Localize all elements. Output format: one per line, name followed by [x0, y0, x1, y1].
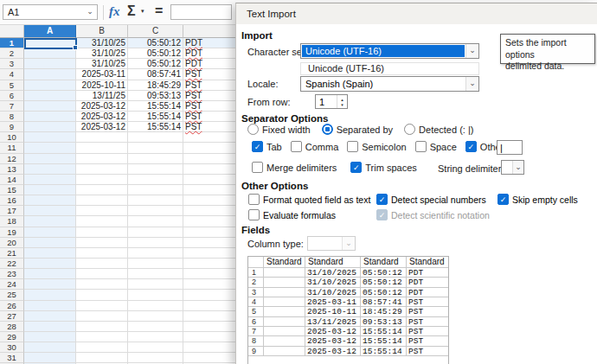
- cell-B27[interactable]: [76, 311, 128, 322]
- cell-B28[interactable]: [76, 322, 128, 332]
- row-header-6[interactable]: 6: [0, 91, 24, 101]
- preview-col-header[interactable]: Standard: [407, 257, 448, 268]
- cell-B20[interactable]: [76, 238, 128, 248]
- row-header-15[interactable]: 15: [0, 185, 24, 195]
- space-checkbox[interactable]: Space: [415, 141, 457, 152]
- cell-C19[interactable]: [128, 227, 183, 238]
- detect-special-checkbox[interactable]: Detect special numbers: [376, 194, 485, 205]
- cell-A30[interactable]: [24, 342, 76, 353]
- cell-A31[interactable]: [24, 353, 76, 363]
- row-header-4[interactable]: 4: [0, 69, 24, 80]
- cell-C7[interactable]: 15:55:14: [128, 101, 183, 112]
- row-header-13[interactable]: 13: [0, 164, 24, 175]
- cell-A24[interactable]: [24, 279, 76, 290]
- semicolon-checkbox[interactable]: Semicolon: [347, 141, 406, 152]
- cell-A11[interactable]: [24, 143, 76, 153]
- cell-B31[interactable]: [76, 353, 128, 363]
- fixed-width-radio[interactable]: Fixed width: [247, 124, 311, 135]
- spinner-arrows-icon[interactable]: ▴ ▾: [337, 95, 347, 108]
- cell-C20[interactable]: [128, 238, 183, 248]
- row-header-25[interactable]: 25: [0, 290, 24, 300]
- checkbox-icon[interactable]: [291, 141, 302, 152]
- cell-C30[interactable]: [128, 342, 183, 353]
- evaluate-formulas-checkbox[interactable]: Evaluate formulas: [248, 209, 364, 220]
- cell-C4[interactable]: 08:57:41: [128, 69, 183, 80]
- cell-C1[interactable]: 05:50:12: [128, 38, 183, 48]
- radio-icon[interactable]: [322, 124, 333, 135]
- select-all-corner[interactable]: [0, 25, 24, 38]
- cell-A1[interactable]: [24, 38, 76, 48]
- row-header-3[interactable]: 3: [0, 59, 24, 69]
- chevron-down-icon[interactable]: ⌄: [84, 5, 96, 19]
- cell-C8[interactable]: 15:55:14: [128, 112, 183, 122]
- row-header-30[interactable]: 30: [0, 342, 24, 353]
- from-row-spinner[interactable]: 1 ▴ ▾: [315, 94, 348, 109]
- cell-B21[interactable]: [76, 248, 128, 259]
- row-header-18[interactable]: 18: [0, 216, 24, 227]
- cell-A4[interactable]: [24, 69, 76, 80]
- checkbox-icon[interactable]: [252, 162, 263, 173]
- cell-A26[interactable]: [24, 301, 76, 311]
- row-header-12[interactable]: 12: [0, 154, 24, 164]
- checkbox-icon[interactable]: [248, 209, 260, 220]
- other-separator-input[interactable]: [497, 140, 523, 155]
- cell-C26[interactable]: [128, 301, 183, 311]
- cell-B29[interactable]: [76, 332, 128, 342]
- checkbox-icon[interactable]: [350, 162, 362, 173]
- autosum-icon[interactable]: Σ: [127, 3, 136, 19]
- row-header-17[interactable]: 17: [0, 206, 24, 216]
- cell-C31[interactable]: [128, 353, 183, 363]
- cell-B19[interactable]: [76, 227, 128, 238]
- row-header-16[interactable]: 16: [0, 195, 24, 206]
- cell-A18[interactable]: [24, 216, 76, 227]
- cell-B8[interactable]: 2025-03-12: [76, 112, 128, 122]
- cell-C17[interactable]: [128, 206, 183, 216]
- cell-A9[interactable]: [24, 122, 76, 132]
- cell-B5[interactable]: 2025-10-11: [76, 80, 128, 91]
- checkbox-icon[interactable]: [415, 141, 427, 152]
- radio-icon[interactable]: [404, 124, 415, 135]
- row-header-31[interactable]: 31: [0, 353, 24, 363]
- row-header-7[interactable]: 7: [0, 101, 24, 112]
- cell-B2[interactable]: 31/10/25: [76, 48, 128, 59]
- cell-B23[interactable]: [76, 269, 128, 279]
- row-header-29[interactable]: 29: [0, 332, 24, 342]
- comma-checkbox[interactable]: Comma: [291, 141, 339, 152]
- chevron-down-icon[interactable]: ⌄: [465, 77, 478, 91]
- cell-C12[interactable]: [128, 154, 183, 164]
- cell-A20[interactable]: [24, 238, 76, 248]
- row-header-5[interactable]: 5: [0, 80, 24, 91]
- cell-B4[interactable]: 2025-03-11: [76, 69, 128, 80]
- checkbox-icon[interactable]: [498, 194, 509, 205]
- cell-A5[interactable]: [24, 80, 76, 91]
- skip-empty-checkbox[interactable]: Skip empty cells: [498, 194, 578, 205]
- row-header-21[interactable]: 21: [0, 248, 24, 259]
- preview-col-header[interactable]: Standard: [305, 257, 361, 268]
- trim-spaces-checkbox[interactable]: Trim spaces: [350, 162, 417, 173]
- cell-C10[interactable]: [128, 132, 183, 143]
- cell-B6[interactable]: 13/11/25: [76, 91, 128, 101]
- cell-A23[interactable]: [24, 269, 76, 279]
- cell-C22[interactable]: [128, 259, 183, 269]
- cell-A22[interactable]: [24, 259, 76, 269]
- autosum-dropdown-icon[interactable]: ▾: [141, 8, 144, 15]
- row-header-19[interactable]: 19: [0, 227, 24, 238]
- checkbox-icon[interactable]: [347, 141, 358, 152]
- locale-combobox[interactable]: Spanish (Spain) ⌄: [300, 76, 479, 92]
- row-header-11[interactable]: 11: [0, 143, 24, 153]
- cell-A2[interactable]: [24, 48, 76, 59]
- cell-C16[interactable]: [128, 195, 183, 206]
- cell-B16[interactable]: [76, 195, 128, 206]
- column-header-c[interactable]: C: [128, 25, 183, 38]
- cell-B22[interactable]: [76, 259, 128, 269]
- cell-C27[interactable]: [128, 311, 183, 322]
- formula-icon[interactable]: =: [155, 3, 163, 19]
- checkbox-icon[interactable]: [376, 194, 388, 205]
- cell-A12[interactable]: [24, 154, 76, 164]
- cell-A29[interactable]: [24, 332, 76, 342]
- row-header-22[interactable]: 22: [0, 259, 24, 269]
- cell-B17[interactable]: [76, 206, 128, 216]
- cell-A17[interactable]: [24, 206, 76, 216]
- cell-A15[interactable]: [24, 185, 76, 195]
- cell-A7[interactable]: [24, 101, 76, 112]
